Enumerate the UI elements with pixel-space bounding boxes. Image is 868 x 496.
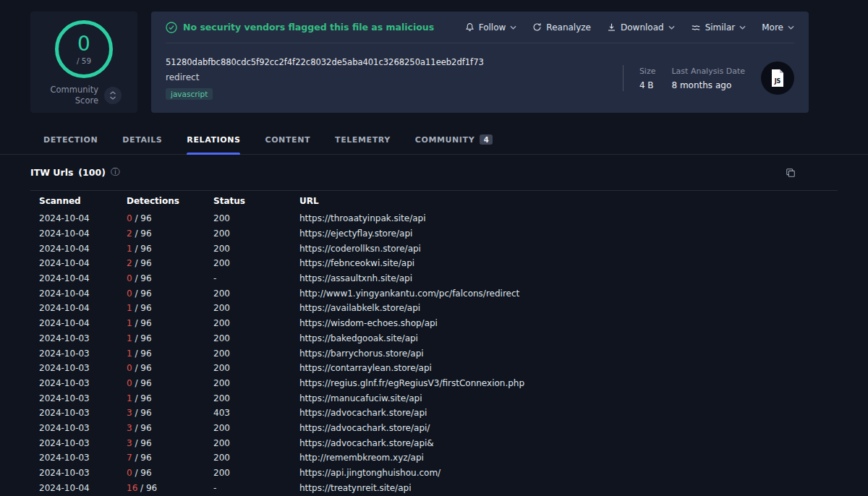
file-summary-card: No security vendors flagged this file as… [151, 12, 809, 113]
url-link[interactable]: https://febnceokwi.site/api [299, 258, 414, 268]
tab-label: DETECTION [43, 135, 98, 145]
table-row: 2024-10-031 / 96200https://bakedgooak.si… [30, 331, 838, 346]
download-button[interactable]: Download [607, 22, 675, 33]
file-meta-blocks: Size4 BLast Analysis Date8 months ago [639, 67, 745, 90]
url-link[interactable]: http://remembkreom.xyz/api [299, 453, 424, 463]
detections-count: 0 [127, 468, 132, 478]
meta-value: 4 B [639, 80, 656, 90]
tab-details[interactable]: DETAILS [122, 135, 162, 154]
url-cell: https://throaatyinpak.site/api [291, 211, 838, 226]
table-row: 2024-10-037 / 96200http://remembkreom.xy… [30, 450, 838, 466]
url-link[interactable]: https://advocachark.store/api [299, 408, 427, 418]
detections-count: 1 [127, 244, 132, 254]
similar-button[interactable]: Similar [691, 22, 746, 33]
url-link[interactable]: https://throaatyinpak.site/api [299, 213, 426, 223]
url-link[interactable]: https://assaultxnh.site/api [299, 273, 412, 283]
verdict-text: No security vendors flagged this file as… [183, 22, 434, 33]
scanned-cell: 2024-10-04 [30, 480, 118, 495]
detections-count: 0 [127, 213, 132, 223]
scanned-cell: 2024-10-03 [30, 421, 118, 436]
table-row: 2024-10-033 / 96200https://advocachark.s… [30, 421, 838, 436]
action-label: Download [621, 22, 664, 33]
section-title: ITW Urls (100) ⓘ [30, 166, 119, 179]
tag-javascript[interactable]: javascript [166, 88, 213, 100]
score-value: 0 [77, 34, 90, 54]
relations-content: ITW Urls (100) ⓘ ScannedDetectionsStatus… [0, 155, 868, 495]
action-label: Reanalyze [546, 22, 591, 33]
url-link[interactable]: https://contarraylean.store/api [299, 363, 432, 373]
url-link[interactable]: https://bakedgooak.site/api [299, 333, 418, 343]
copy-button[interactable] [786, 168, 796, 178]
tab-label: RELATIONS [187, 135, 240, 145]
detections-count: 1 [127, 333, 132, 343]
url-link[interactable]: https://api.jingtonghuishou.com/ [299, 468, 441, 478]
follow-button[interactable]: Follow [465, 22, 517, 33]
url-cell: https://advocachark.store/api/ [291, 421, 838, 436]
table-row: 2024-10-040 / 96200https://throaatyinpak… [30, 211, 838, 226]
detections-count: 7 [127, 453, 132, 463]
detections-cell: 0 / 96 [118, 286, 205, 301]
chevron-down-icon [739, 25, 746, 30]
url-link[interactable]: https://barrychorus.store/api [299, 349, 424, 359]
chevron-down-icon [668, 25, 675, 30]
scanned-cell: 2024-10-04 [30, 316, 118, 331]
url-link[interactable]: https://ejectyflay.store/api [299, 228, 412, 239]
detections-total: / 96 [132, 378, 152, 388]
tab-label: CONTENT [265, 135, 310, 145]
detections-count: 16 [127, 483, 137, 493]
url-link[interactable]: https://coderollksn.store/api [299, 244, 421, 254]
scanned-cell: 2024-10-03 [30, 361, 118, 376]
filetype-icon: JS [761, 61, 794, 95]
url-link[interactable]: https://treatynreit.site/api [299, 483, 411, 493]
action-label: More [762, 22, 783, 33]
url-link[interactable]: http://www1.yingyankantu.com/pc/falcons/… [299, 288, 519, 299]
meta-size: Size4 B [639, 67, 656, 90]
community-count-badge: 4 [480, 134, 493, 145]
table-row: 2024-10-042 / 96200https://ejectyflay.st… [30, 226, 838, 241]
url-link[interactable]: https://advocachark.store/api/ [299, 423, 430, 433]
tab-label: DETAILS [122, 135, 162, 145]
url-cell: https://bakedgooak.site/api [291, 331, 838, 346]
detections-cell: 0 / 96 [118, 466, 205, 481]
vertical-divider [623, 65, 624, 91]
verdict: No security vendors flagged this file as… [166, 22, 434, 33]
tab-community[interactable]: COMMUNITY4 [415, 134, 493, 154]
scanned-cell: 2024-10-04 [30, 286, 118, 301]
status-cell: 200 [205, 361, 291, 376]
report-header: 0 / 59 Community Score No security vendo… [0, 0, 868, 113]
url-link[interactable]: https://regius.glnf.fr/egRegiusV3/firstC… [299, 378, 524, 388]
info-icon[interactable]: ⓘ [111, 166, 120, 179]
url-cell: https://ejectyflay.store/api [291, 226, 838, 241]
detections-total: / 96 [132, 213, 152, 223]
filetype-text: JS [774, 78, 781, 85]
tab-telemetry[interactable]: TELEMETRY [335, 135, 391, 154]
status-cell: 403 [205, 406, 291, 421]
download-icon [607, 22, 616, 32]
url-cell: https://advocachark.store/api [291, 406, 838, 421]
tab-relations[interactable]: RELATIONS [187, 135, 240, 154]
url-link[interactable]: https://wisdom-echoes.shop/api [299, 318, 438, 328]
table-row: 2024-10-041 / 96200https://availabkelk.s… [30, 301, 838, 316]
url-link[interactable]: https://advocachark.store/api& [299, 438, 434, 448]
url-link[interactable]: https://manucafuciw.site/api [299, 393, 422, 403]
detections-total: / 96 [132, 273, 152, 283]
url-link[interactable]: https://availabkelk.store/api [299, 303, 420, 313]
file-card-body: 51280dabfbc880cdc5f92cc2f4f22c8032de5aba… [166, 43, 794, 113]
vote-widget[interactable] [104, 87, 122, 104]
scanned-cell: 2024-10-04 [30, 226, 118, 241]
detections-count: 1 [127, 303, 132, 313]
detections-cell: 1 / 96 [118, 346, 205, 361]
detections-count: 2 [127, 228, 132, 239]
table-row: 2024-10-041 / 96200https://wisdom-echoes… [30, 316, 838, 331]
detections-count: 0 [127, 378, 132, 388]
tab-bar: DETECTIONDETAILSRELATIONSCONTENTTELEMETR… [0, 113, 868, 155]
more-button[interactable]: More [762, 22, 794, 33]
url-cell: https://api.jingtonghuishou.com/ [291, 466, 838, 481]
status-cell: - [205, 480, 291, 495]
reanalyze-button[interactable]: Reanalyze [532, 22, 591, 33]
tab-detection[interactable]: DETECTION [43, 135, 98, 154]
tab-content[interactable]: CONTENT [265, 135, 310, 154]
itw-urls-title: ITW Urls [30, 167, 73, 178]
detections-count: 1 [127, 393, 132, 403]
js-file-icon: JS [770, 69, 785, 87]
